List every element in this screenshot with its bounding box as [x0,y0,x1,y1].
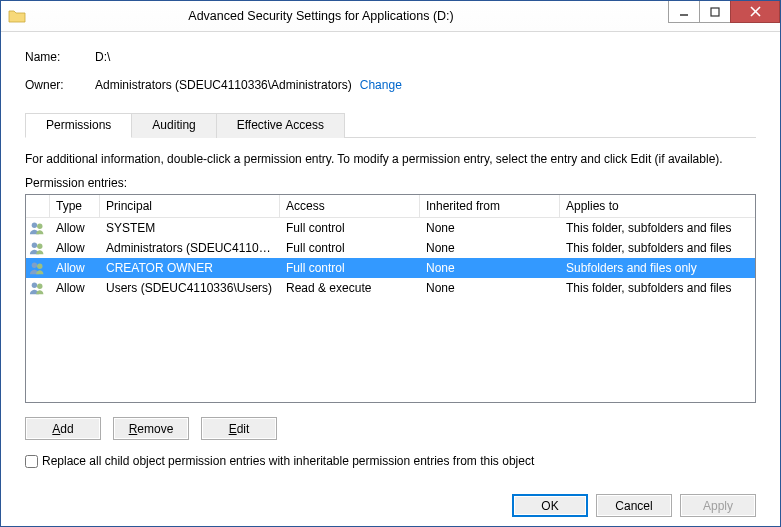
row-access: Full control [280,219,420,237]
table-row[interactable]: AllowSYSTEMFull controlNoneThis folder, … [26,218,755,238]
svg-point-5 [37,224,42,229]
row-applies: Subfolders and files only [560,259,755,277]
window-title: Advanced Security Settings for Applicati… [0,9,669,23]
row-principal: CREATOR OWNER [100,259,280,277]
column-header-inherited[interactable]: Inherited from [420,195,560,217]
row-access: Full control [280,259,420,277]
name-value: D:\ [95,50,110,64]
edit-mnemonic: E [229,422,237,436]
row-inherited: None [420,239,560,257]
svg-point-6 [32,243,37,248]
add-rest: dd [60,422,73,436]
svg-point-8 [32,263,37,268]
tab-effective-access[interactable]: Effective Access [216,113,345,138]
svg-point-4 [32,223,37,228]
table-row[interactable]: AllowUsers (SDEUC4110336\Users)Read & ex… [26,278,755,298]
remove-rest: emove [137,422,173,436]
row-access: Read & execute [280,279,420,297]
row-type: Allow [50,259,100,277]
svg-rect-1 [711,8,719,16]
row-principal: Users (SDEUC4110336\Users) [100,279,280,297]
replace-inherit-label: Replace all child object permission entr… [42,454,534,468]
name-label: Name: [25,50,95,64]
replace-inherit-row[interactable]: Replace all child object permission entr… [25,454,756,468]
row-applies: This folder, subfolders and files [560,239,755,257]
close-button[interactable] [730,1,780,23]
ok-button[interactable]: OK [512,494,588,517]
action-button-row: Add Remove Edit [25,417,756,440]
tab-permissions[interactable]: Permissions [25,113,132,138]
edit-button[interactable]: Edit [201,417,277,440]
minimize-button[interactable] [668,1,700,23]
people-icon [29,260,47,276]
remove-button[interactable]: Remove [113,417,189,440]
edit-rest: dit [237,422,250,436]
dialog-footer: OK Cancel Apply [25,484,756,517]
column-header-type[interactable]: Type [50,195,100,217]
cancel-button[interactable]: Cancel [596,494,672,517]
change-owner-link[interactable]: Change [360,78,402,92]
column-header-principal[interactable]: Principal [100,195,280,217]
row-type: Allow [50,239,100,257]
column-header-applies[interactable]: Applies to [560,195,755,217]
row-icon-cell [26,259,50,277]
entries-label: Permission entries: [25,176,756,190]
row-applies: This folder, subfolders and files [560,219,755,237]
row-type: Allow [50,279,100,297]
instruction-text: For additional information, double-click… [25,152,756,166]
column-header-access[interactable]: Access [280,195,420,217]
row-inherited: None [420,279,560,297]
row-type: Allow [50,219,100,237]
owner-value: Administrators (SDEUC4110336\Administrat… [95,78,352,92]
apply-button[interactable]: Apply [680,494,756,517]
tab-strip: Permissions Auditing Effective Access [25,112,756,138]
row-access: Full control [280,239,420,257]
people-icon [29,220,47,236]
column-header-icon[interactable] [26,195,50,217]
maximize-button[interactable] [699,1,731,23]
row-applies: This folder, subfolders and files [560,279,755,297]
row-icon-cell [26,279,50,297]
dialog-content: Name: D:\ Owner: Administrators (SDEUC41… [1,32,780,527]
window-controls [669,1,780,22]
table-body: AllowSYSTEMFull controlNoneThis folder, … [26,218,755,298]
table-row[interactable]: AllowCREATOR OWNERFull controlNoneSubfol… [26,258,755,278]
row-inherited: None [420,219,560,237]
replace-inherit-checkbox[interactable] [25,455,38,468]
table-header: Type Principal Access Inherited from App… [26,195,755,218]
svg-point-10 [32,283,37,288]
owner-label: Owner: [25,78,95,92]
row-icon-cell [26,239,50,257]
remove-mnemonic: R [129,422,138,436]
row-principal: Administrators (SDEUC411033... [100,239,280,257]
add-button[interactable]: Add [25,417,101,440]
folder-icon [7,6,27,26]
svg-point-7 [37,244,42,249]
title-bar: Advanced Security Settings for Applicati… [1,1,780,32]
permissions-table[interactable]: Type Principal Access Inherited from App… [25,194,756,403]
people-icon [29,240,47,256]
tab-auditing[interactable]: Auditing [131,113,216,138]
svg-point-11 [37,284,42,289]
name-row: Name: D:\ [25,50,756,64]
owner-row: Owner: Administrators (SDEUC4110336\Admi… [25,78,756,92]
row-principal: SYSTEM [100,219,280,237]
people-icon [29,280,47,296]
row-icon-cell [26,219,50,237]
row-inherited: None [420,259,560,277]
table-row[interactable]: AllowAdministrators (SDEUC411033...Full … [26,238,755,258]
svg-point-9 [37,264,42,269]
